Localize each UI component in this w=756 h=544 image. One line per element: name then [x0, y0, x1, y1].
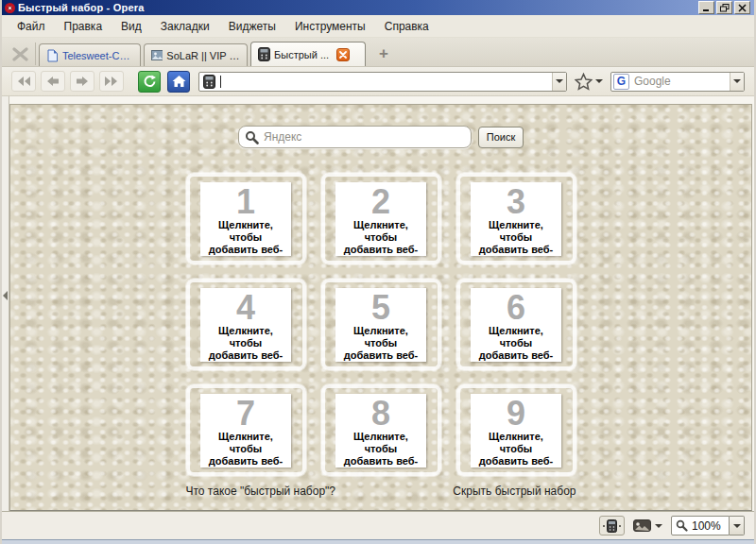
restore-icon [720, 4, 730, 12]
restore-button[interactable] [716, 1, 732, 14]
images-dropdown-icon[interactable] [655, 524, 662, 528]
bookmark-star-group [575, 73, 603, 91]
panels-tools-button[interactable] [6, 42, 36, 65]
side-panel-toggle[interactable] [2, 96, 9, 511]
cell-number: 1 [200, 185, 291, 219]
cell-text: добавить веб- [335, 244, 426, 256]
menu-bookmarks[interactable]: Закладки [151, 17, 219, 36]
images-toggle-group[interactable] [633, 519, 662, 532]
speed-dial-favicon [258, 47, 270, 61]
speed-dial-footer: Что такое "быстрый набор"? Скрыть быстры… [186, 484, 576, 498]
dot-icon [603, 525, 605, 527]
panel-collapse-arrow-icon [3, 291, 8, 300]
tab-telesweet[interactable]: Telesweet-Co... [39, 43, 141, 66]
cell-number: 6 [471, 291, 561, 325]
menu-tools[interactable]: Инструменты [285, 17, 375, 36]
cell-text: добавить веб- [200, 455, 291, 468]
fit-to-width-button[interactable] [599, 516, 625, 536]
star-icon[interactable] [575, 73, 593, 91]
cell-text: Щелкните, [335, 431, 426, 443]
yandex-search-field[interactable] [238, 126, 472, 148]
zoom-field[interactable]: 100% [671, 516, 730, 536]
reload-button[interactable] [138, 71, 161, 93]
tab-speed-dial[interactable]: Быстрый ... [250, 42, 366, 66]
speed-dial-cell-7[interactable]: 7 Щелкните, чтобы добавить веб- [186, 384, 306, 476]
cell-text: чтобы [200, 337, 291, 349]
chevron-down-icon [733, 524, 741, 528]
star-dropdown-icon[interactable] [595, 79, 603, 83]
cell-text: чтобы [200, 231, 291, 244]
cell-number: 8 [335, 397, 426, 431]
cell-text: чтобы [335, 337, 426, 349]
cell-text: Щелкните, [200, 431, 291, 443]
web-search-input[interactable] [629, 75, 730, 88]
cell-text: Щелкните, [471, 219, 561, 231]
speed-dial-cell-9[interactable]: 9 Щелкните, чтобы добавить веб- [456, 384, 576, 476]
speed-dial-cell-8[interactable]: 8 Щелкните, чтобы добавить веб- [321, 384, 441, 476]
forward-button[interactable] [70, 71, 94, 92]
speed-dial-cell-2[interactable]: 2 Щелкните, чтобы добавить веб- [321, 173, 441, 264]
speed-dial-card: 1 Щелкните, чтобы добавить веб- [200, 182, 291, 256]
zoom-widget: 100% [671, 516, 745, 536]
speed-dial-cell-6[interactable]: 6 Щелкните, чтобы добавить веб- [456, 279, 576, 370]
menu-widgets[interactable]: Виджеты [219, 17, 285, 36]
address-input[interactable] [221, 75, 552, 89]
home-button[interactable] [167, 71, 190, 93]
search-submit-button[interactable]: Поиск [478, 127, 524, 148]
tab-solar[interactable]: SoLaR || VIP - ... [144, 43, 248, 66]
menu-bar: Файл Правка Вид Закладки Виджеты Инструм… [2, 15, 754, 38]
home-icon [172, 75, 186, 88]
address-dropdown-button[interactable] [552, 73, 566, 91]
cell-number: 5 [335, 291, 426, 325]
address-bar[interactable] [198, 72, 567, 92]
speed-dial-search-row: Поиск [10, 126, 751, 148]
speed-dial-cell-3[interactable]: 3 Щелкните, чтобы добавить веб- [456, 173, 576, 264]
navigation-toolbar: G [2, 67, 754, 96]
tools-icon [11, 47, 29, 61]
speed-dial-card: 8 Щелкните, чтобы добавить веб- [335, 394, 426, 468]
speed-dial-cell-4[interactable]: 4 Щелкните, чтобы добавить веб- [186, 279, 306, 370]
close-button[interactable] [734, 1, 750, 14]
cell-text: Щелкните, [335, 219, 426, 231]
speed-dial-favicon [203, 75, 215, 89]
what-is-speed-dial-link[interactable]: Что такое "быстрый набор"? [186, 484, 336, 498]
menu-file[interactable]: Файл [8, 17, 55, 36]
cell-text: добавить веб- [335, 455, 426, 468]
google-engine-icon[interactable]: G [613, 74, 629, 90]
speed-dial-card: 5 Щелкните, чтобы добавить веб- [335, 288, 426, 362]
close-icon [738, 4, 747, 12]
yandex-search-input[interactable] [264, 130, 465, 144]
image-favicon [151, 49, 163, 61]
status-bar: 100% [2, 511, 754, 539]
cell-number: 7 [200, 397, 291, 431]
cell-text: Щелкните, [200, 325, 291, 337]
speed-dial-card: 3 Щелкните, чтобы добавить веб- [471, 182, 561, 256]
search-engine-dropdown-button[interactable] [730, 73, 744, 91]
search-icon [245, 130, 259, 144]
speed-dial-card: 6 Щелкните, чтобы добавить веб- [471, 288, 561, 362]
cell-number: 4 [200, 291, 291, 325]
tab-close-button[interactable] [336, 48, 350, 61]
menu-view[interactable]: Вид [112, 17, 151, 36]
rewind-button[interactable] [11, 71, 36, 92]
tab-close-icon [339, 51, 347, 59]
menu-help[interactable]: Справка [375, 17, 438, 36]
speed-dial-cell-1[interactable]: 1 Щелкните, чтобы добавить веб- [186, 173, 306, 264]
opera-logo-icon [5, 3, 15, 13]
cell-number: 3 [471, 185, 561, 219]
cell-text: Щелкните, [471, 325, 561, 337]
speed-dial-cell-5[interactable]: 5 Щелкните, чтобы добавить веб- [321, 279, 441, 370]
minimize-button[interactable] [698, 1, 714, 14]
back-button[interactable] [41, 71, 65, 92]
cell-number: 2 [335, 185, 426, 219]
hide-speed-dial-link[interactable]: Скрыть быстрый набор [453, 484, 576, 498]
zoom-dropdown-button[interactable] [730, 516, 745, 536]
forward-arrow-icon [75, 76, 90, 87]
new-tab-button[interactable]: + [373, 43, 394, 64]
cell-text: чтобы [335, 443, 426, 455]
web-search-box[interactable]: G [610, 72, 745, 92]
content-area: Поиск 1 Щелкните, чтобы добавить веб- 2 … [2, 96, 754, 511]
chevron-down-icon [556, 79, 563, 83]
menu-edit[interactable]: Правка [55, 17, 112, 36]
fast-forward-button[interactable] [99, 71, 124, 92]
